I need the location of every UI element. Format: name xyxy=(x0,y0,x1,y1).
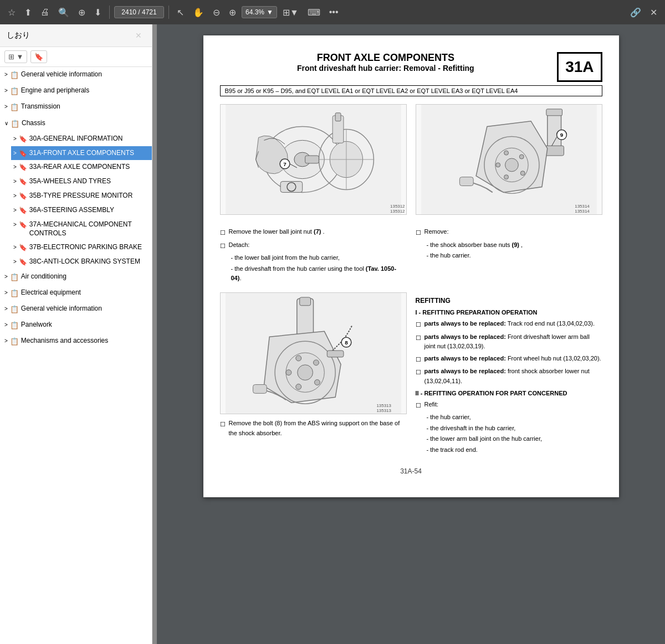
sidebar-item-35a[interactable]: > 🔖 35A-WHEELS AND TYRES xyxy=(11,174,152,189)
instruction-item: ☐ Refit: xyxy=(416,400,602,411)
sidebar-item-33a[interactable]: > 🔖 33A-REAR AXLE COMPONENTS xyxy=(11,160,152,174)
sidebar-item-air-conditioning[interactable]: > 📋 Air conditioning xyxy=(0,269,152,285)
indent-instruction: - the hub carrier, xyxy=(416,413,602,423)
svg-rect-15 xyxy=(335,113,341,121)
bookmark-icon: 🔖 xyxy=(19,177,27,187)
sidebar-content[interactable]: > 📋 General vehicle information > 📋 Engi… xyxy=(0,67,152,644)
cursor-tool-button[interactable]: ↖ xyxy=(173,5,187,20)
print-button[interactable]: 🖨 xyxy=(37,5,53,19)
sidebar-layout-button[interactable]: ⊞ ▼ xyxy=(4,50,27,63)
page-header-title: FRONT AXLE COMPONENTS Front driveshaft h… xyxy=(220,52,552,73)
arrow-icon: > xyxy=(13,221,17,229)
sidebar-item-electrical[interactable]: > 📋 Electrical equipment xyxy=(0,285,152,301)
bottom-section: 8 135313 135313 ☐ Rem xyxy=(220,292,602,456)
svg-rect-38 xyxy=(299,297,310,306)
instruction-text: parts always to be replaced: front shock… xyxy=(424,367,602,386)
hand-tool-button[interactable]: ✋ xyxy=(190,5,207,20)
sidebar-item-general-vehicle2[interactable]: > 📋 General vehicle information xyxy=(0,301,152,317)
refit-instructions: ☐ Refit: - the hub carrier, - the drives… xyxy=(416,400,602,455)
sidebar-item-36a[interactable]: > 🔖 36A-STEERING ASSEMBLY xyxy=(11,203,152,218)
svg-text:135313: 135313 xyxy=(376,408,391,413)
sidebar-item-mechanisms[interactable]: > 📋 Mechanisms and accessories xyxy=(0,333,152,349)
arrow-icon: > xyxy=(13,244,17,251)
sidebar-item-label: Electrical equipment xyxy=(21,288,147,297)
star-button[interactable]: ☆ xyxy=(4,5,19,20)
more-button[interactable]: ••• xyxy=(326,5,342,19)
svg-rect-49 xyxy=(327,351,344,357)
svg-point-42 xyxy=(295,356,301,361)
right-instructions: ☐ Remove: - the shock absorber base nuts… xyxy=(416,227,602,285)
sidebar-item-engine[interactable]: > 📋 Engine and peripherals xyxy=(0,83,152,99)
download-button[interactable]: ⬇ xyxy=(91,5,105,20)
doc-icon: 📋 xyxy=(10,86,19,96)
circle-up-button[interactable]: ⊕ xyxy=(75,5,89,20)
separator2 xyxy=(168,6,169,19)
pdf-viewer[interactable]: FRONT AXLE COMPONENTS Front driveshaft h… xyxy=(157,24,665,644)
bookmark-icon: 🔖 xyxy=(19,135,27,144)
arrow-icon: > xyxy=(13,163,17,171)
sidebar-toolbar: ⊞ ▼ 🔖 xyxy=(0,47,152,67)
doc-icon: 📋 xyxy=(10,288,19,298)
sidebar-item-general-vehicle[interactable]: > 📋 General vehicle information xyxy=(0,67,152,83)
bookmark-icon: 🔖 xyxy=(19,257,27,267)
resize-handle[interactable] xyxy=(152,24,157,644)
sidebar-item-37b[interactable]: > 🔖 37B-ELECTRONIC PARKING BRAKE xyxy=(11,240,152,255)
zoom-in2-button[interactable]: ⊕ xyxy=(226,5,239,20)
right-column: 9 xyxy=(416,104,602,219)
svg-point-32 xyxy=(495,163,500,167)
sidebar-sub-label: 31A-FRONT AXLE COMPONENTS xyxy=(29,148,134,158)
zoom-out-button[interactable]: ⊖ xyxy=(209,5,223,20)
sidebar-item-transmission[interactable]: > 📋 Transmission xyxy=(0,99,152,115)
sidebar-item-chassis[interactable]: ∨ 📋 Chassis xyxy=(0,116,152,132)
upload-button[interactable]: ⬆ xyxy=(21,5,35,20)
sidebar-item-panelwork[interactable]: > 📋 Panelwork xyxy=(0,317,152,333)
instruction-item: ☐ Remove the bolt (8) from the ABS wirin… xyxy=(220,419,407,438)
bottom-left: 8 135313 135313 ☐ Rem xyxy=(220,292,407,456)
instruction-item: ☐ parts always to be replaced: Track rod… xyxy=(416,319,602,330)
main-layout: しおり ✕ ⊞ ▼ 🔖 > 📋 General vehicle informat… xyxy=(0,24,665,644)
arrow-icon: > xyxy=(4,305,8,313)
sidebar-bookmark-button[interactable]: 🔖 xyxy=(30,50,47,63)
sidebar-item-38c[interactable]: > 🔖 38C-ANTI-LOCK BRAKING SYSTEM xyxy=(11,255,152,269)
sidebar-item-31a[interactable]: > 🔖 31A-FRONT AXLE COMPONENTS xyxy=(11,146,152,161)
fit-page-button[interactable]: ⊞▼ xyxy=(279,5,302,20)
zoom-in-button[interactable]: 🔍 xyxy=(55,5,73,20)
sidebar-close-button[interactable]: ✕ xyxy=(132,29,145,42)
toolbar: ☆ ⬆ 🖨 🔍 ⊕ ⬇ 2410 / 4721 ↖ ✋ ⊖ ⊕ 64.3% ▼ … xyxy=(0,0,665,24)
section1-title: I - REFITTING PREPARATION OPERATION xyxy=(416,309,602,316)
checkbox-icon: ☐ xyxy=(416,320,421,330)
zoom-level: 64.3% xyxy=(245,8,264,16)
diagram2: 9 xyxy=(416,104,602,215)
bottom-right: REFITTING I - REFITTING PREPARATION OPER… xyxy=(416,292,602,456)
sidebar-item-35b[interactable]: > 🔖 35B-TYRE PRESSURE MONITOR xyxy=(11,189,152,203)
close-sidebar-button[interactable]: ✕ xyxy=(647,5,661,20)
checkbox-icon: ☐ xyxy=(416,333,421,343)
link-button[interactable]: 🔗 xyxy=(627,5,644,20)
svg-text:135314: 135314 xyxy=(575,204,590,209)
svg-text:135313: 135313 xyxy=(376,403,391,408)
top-content-columns: 7 1353 xyxy=(220,104,602,219)
sidebar-item-label: Panelwork xyxy=(21,320,147,329)
instruction-item: ☐ Remove: xyxy=(416,227,602,238)
arrow-icon: > xyxy=(13,207,17,214)
page-sub-title: Front driveshaft hub carrier: Removal - … xyxy=(220,64,552,73)
page-navigation[interactable]: 2410 / 4721 xyxy=(114,6,164,18)
svg-text:8: 8 xyxy=(345,339,348,346)
instruction-text: Refit: xyxy=(424,400,439,410)
svg-rect-33 xyxy=(459,177,473,186)
instruction-text: Remove the bolt (8) from the ABS wiring … xyxy=(229,419,407,438)
chassis-subitems: > 🔖 30A-GENERAL INFORMATION > 🔖 31A-FRON… xyxy=(0,132,152,269)
indent-instruction: - the shock absorber base nuts (9) , xyxy=(416,240,602,250)
arrow-expanded-icon: ∨ xyxy=(4,120,8,127)
sidebar-sub-label: 38C-ANTI-LOCK BRAKING SYSTEM xyxy=(29,257,140,266)
svg-text:135312: 135312 xyxy=(390,209,405,214)
instruction-item: ☐ parts always to be replaced: Front dri… xyxy=(416,332,602,352)
sidebar-sub-label: 35B-TYRE PRESSURE MONITOR xyxy=(29,191,132,200)
arrow-icon: > xyxy=(4,337,8,345)
arrow-icon: > xyxy=(4,289,8,297)
sidebar-item-30a[interactable]: > 🔖 30A-GENERAL INFORMATION xyxy=(11,132,152,146)
sidebar-sub-label: 37B-ELECTRONIC PARKING BRAKE xyxy=(29,243,142,252)
zoom-control[interactable]: 64.3% ▼ xyxy=(242,6,277,18)
keyboard-button[interactable]: ⌨ xyxy=(304,5,324,20)
sidebar-item-37a[interactable]: > 🔖 37A-MECHANICAL COMPONENT CONTROLS xyxy=(11,218,152,241)
